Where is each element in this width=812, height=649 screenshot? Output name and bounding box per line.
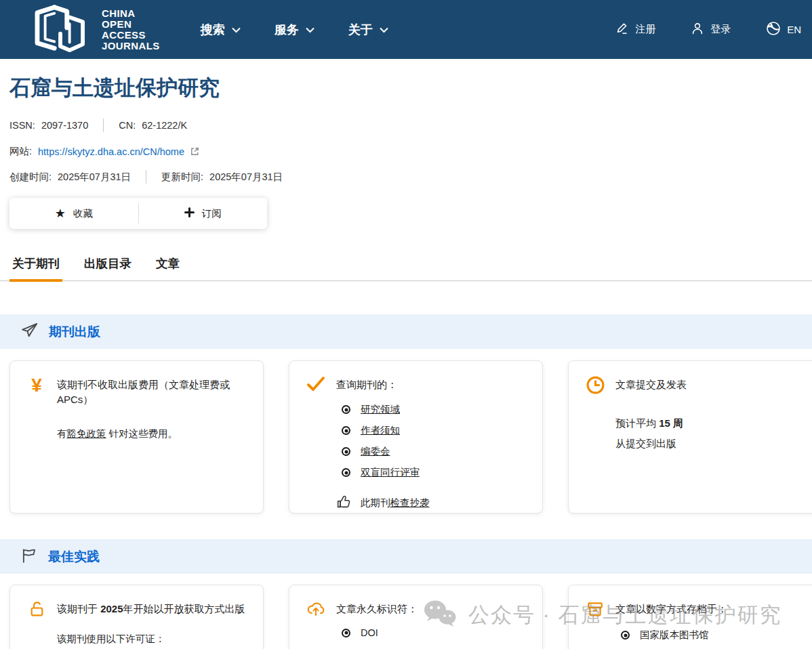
journal-actions: ★ 收藏 订阅 [9,198,267,229]
navbar-actions: 注册 登录 EN [615,21,801,38]
menu-search-label: 搜索 [201,22,225,38]
menu-about[interactable]: 关于 [348,22,388,38]
archive-box-icon [585,600,605,618]
editorial-board-link[interactable]: 编委会 [361,445,390,458]
coaj-logo[interactable]: CHINA OPEN ACCESS JOURNALS [31,4,160,56]
journal-title: 石窟与土遗址保护研究 [9,74,803,102]
list-item: DOI [342,627,526,638]
plagiarism-prefix: 此期刊 [361,497,390,508]
open-access-statement: 该期刊于 2025年开始以开放获取方式出版 [57,602,245,616]
section-title: 期刊出版 [49,323,100,341]
double-blind-review-link[interactable]: 双盲同行评审 [361,466,420,479]
divider [146,170,146,184]
plagiarism-check-link[interactable]: 检查抄袭 [390,497,430,508]
list-item: 国家版本图书馆 [621,629,805,642]
tab-publication-catalog[interactable]: 出版目录 [81,255,134,280]
license-label: 该期刊使用以下许可证： [57,633,247,646]
coaj-logo-text: CHINA OPEN ACCESS JOURNALS [102,8,160,51]
author-guidelines-link[interactable]: 作者须知 [361,424,400,437]
oa-prefix: 该期刊于 [57,603,100,614]
yen-icon: ¥ [26,376,47,395]
bullet-icon [342,447,350,456]
card-digital-archive: 文章以数字方式存档于： 国家版本图书馆 中国国家图书馆 [568,585,812,649]
query-heading: 查询期刊的： [336,377,397,392]
created-label: 创建时间: [9,171,52,184]
archive-heading: 文章以数字方式存档于： [615,602,727,616]
paper-plane-icon [20,321,39,342]
favorite-button[interactable]: ★ 收藏 [9,207,138,220]
divider [103,119,104,132]
bullet-icon [342,468,350,477]
menu-search[interactable]: 搜索 [201,22,241,38]
plagiarism-row: 此期刊检查抄袭 [336,494,526,511]
subscribe-button[interactable]: 订阅 [139,207,268,220]
chevron-down-icon [232,22,241,37]
cn-label: CN: [119,120,136,131]
bullet-icon [621,631,630,640]
updated-label: 更新时间: [161,171,203,184]
publishing-cards: ¥ 该期刊不收取出版费用（文章处理费或APCs） 有豁免政策 针对这些费用。 查… [9,360,812,514]
fee-statement: 该期刊不收取出版费用（文章处理费或APCs） [57,377,247,407]
identifiers-heading: 文章永久标识符： [336,602,418,616]
register-label: 注册 [635,23,655,36]
cloud-upload-icon [306,600,326,616]
subscribe-label: 订阅 [202,207,222,220]
card-permanent-identifiers: 文章永久标识符： DOI [289,585,543,649]
website-row: 网站: https://skytyz.dha.ac.cn/CN/home [9,145,803,158]
identifier-doi: DOI [361,627,378,638]
archive-list: 国家版本图书馆 中国国家图书馆 [621,629,805,649]
tab-about-journal[interactable]: 关于期刊 [9,255,62,280]
lock-open-icon [26,600,47,618]
user-icon [691,22,704,37]
waiver-policy-link[interactable]: 豁免政策 [67,428,106,439]
journal-website-link[interactable]: https://skytyz.dha.ac.cn/CN/home [38,146,184,157]
oa-suffix: 年开始以开放获取方式出版 [123,603,245,614]
query-link-list: 研究领域 作者须知 编委会 双盲同行评审 [342,403,526,479]
top-navbar: CHINA OPEN ACCESS JOURNALS 搜索 服务 关于 [0,0,812,59]
card-submission-timeline: 文章提交及发表 预计平均 15 周 从提交到出版 [568,360,812,514]
card-open-access: 该期刊于 2025年开始以开放获取方式出版 该期刊使用以下许可证： CC BY-… [9,585,264,649]
menu-about-label: 关于 [348,22,373,38]
cn-value: 62-1222/K [142,120,187,131]
register-button[interactable]: 注册 [615,22,655,37]
fee-waiver-line: 有豁免政策 针对这些费用。 [57,427,247,440]
research-fields-link[interactable]: 研究领域 [361,403,400,416]
section-title: 最佳实践 [48,548,100,566]
menu-services[interactable]: 服务 [275,22,314,38]
section-journal-publishing: 期刊出版 [0,314,812,349]
archive-item: 国家版本图书馆 [640,629,709,642]
avg-prefix: 预计平均 [615,417,659,429]
language-switch[interactable]: EN [766,21,801,38]
plus-icon [184,207,195,219]
page-content: 石窟与土遗址保护研究 ISSN: 2097-1370 CN: 62-1222/K… [0,74,812,649]
updated-value: 2025年07月31日 [209,171,283,184]
globe-icon [766,21,781,38]
list-item: 作者须知 [342,424,526,437]
oa-year: 2025 [100,603,123,614]
list-item: 编委会 [342,445,526,458]
language-label: EN [787,24,801,35]
clock-icon [585,376,605,394]
best-practice-cards: 该期刊于 2025年开始以开放获取方式出版 该期刊使用以下许可证： CC BY-… [9,585,812,649]
waiver-suffix: 针对这些费用。 [106,428,178,439]
waiver-prefix: 有 [57,428,67,439]
journal-tabs: 关于期刊 出版目录 文章 [0,255,812,281]
card-journal-query: 查询期刊的： 研究领域 作者须知 编委会 [289,360,543,514]
chevron-down-icon [306,22,314,37]
star-icon: ★ [55,207,66,219]
login-button[interactable]: 登录 [691,22,731,37]
section-best-practice: 最佳实践 [0,539,812,574]
website-label: 网站: [9,145,32,158]
timeline-text: 预计平均 15 周 从提交到出版 [615,413,805,454]
list-item: 双盲同行评审 [342,466,526,479]
main-menu: 搜索 服务 关于 [201,22,388,38]
avg-weeks: 15 周 [659,417,683,429]
bullet-icon [342,405,350,414]
external-link-icon[interactable] [190,146,200,156]
menu-services-label: 服务 [275,22,299,38]
tab-articles[interactable]: 文章 [153,255,182,280]
issn-label: ISSN: [9,120,35,131]
chevron-down-icon [380,22,388,37]
bullet-icon [342,629,350,637]
flag-icon [20,547,38,567]
